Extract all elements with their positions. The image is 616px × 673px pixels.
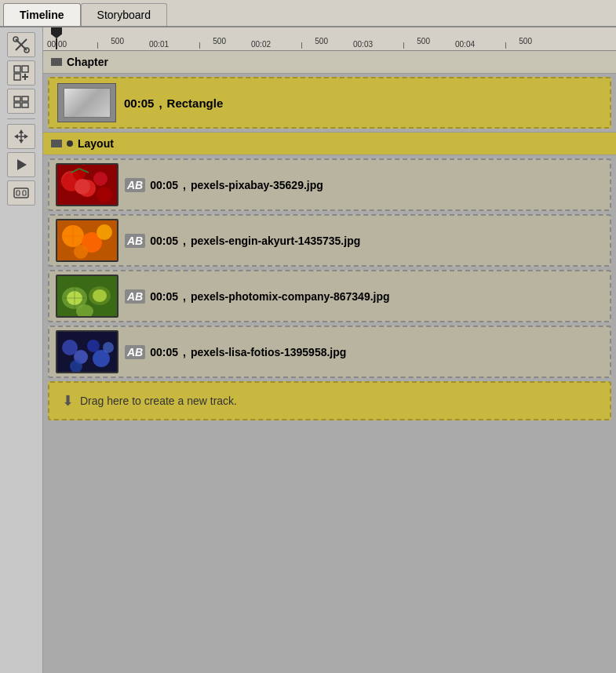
- play-button[interactable]: [7, 152, 35, 177]
- track-content: Chapter 00:05 , Rectangle: [43, 51, 616, 673]
- ruler-minor-tick-1: [199, 42, 200, 49]
- chapter-item-time: 00:05: [124, 96, 154, 110]
- svg-rect-12: [22, 103, 28, 107]
- ruler-marks: 00:00 500 00:01 500 00:02 500: [43, 27, 557, 49]
- ruler-segment-0: 00:00 500: [47, 27, 149, 49]
- chapter-label: Chapter: [67, 56, 108, 68]
- tab-timeline-label: Timeline: [20, 9, 64, 21]
- svg-rect-9: [14, 96, 20, 101]
- ruler-minor-tick-4: [505, 42, 506, 49]
- ruler-minor-label-4: 500: [519, 37, 532, 45]
- rectangle-shape: [64, 88, 111, 118]
- toolbar-separator: [7, 118, 36, 119]
- svg-point-41: [93, 289, 107, 302]
- berry-image: [57, 332, 117, 372]
- fx-icon: [13, 184, 30, 202]
- ruler-segment-4: 00:04 500: [455, 27, 557, 49]
- media-time-1: 00:05: [150, 235, 178, 247]
- chapter-item-separator: ,: [159, 96, 162, 110]
- svg-rect-11: [14, 103, 20, 107]
- svg-point-32: [97, 224, 112, 240]
- fx-button[interactable]: [7, 180, 35, 206]
- chapter-collapse-button[interactable]: [51, 58, 62, 66]
- media-row-2[interactable]: AB 00:05 , pexels-photomix-company-86734…: [48, 270, 611, 322]
- media-sep-0: ,: [183, 179, 186, 191]
- media-sep-1: ,: [183, 235, 186, 247]
- chapter-item-name: Rectangle: [167, 96, 224, 110]
- cherry-svg: [57, 165, 118, 206]
- media-thumb-1: [56, 219, 118, 262]
- ruler-segment-3: 00:03 500: [353, 27, 455, 49]
- chapter-item-info: 00:05 , Rectangle: [124, 96, 223, 110]
- drag-zone-label: Drag here to create a new track.: [80, 395, 237, 407]
- svg-point-24: [78, 180, 96, 197]
- add-group-icon: [13, 64, 30, 82]
- ruler-segment-1: 00:01 500: [149, 27, 251, 49]
- tab-bar: Timeline Storyboard: [0, 0, 616, 27]
- svg-point-45: [87, 340, 100, 352]
- content-area: 00:00 500 00:01 500 00:02 500: [0, 27, 616, 673]
- left-toolbar: [0, 27, 43, 673]
- timeline-area: 00:00 500 00:01 500 00:02 500: [43, 27, 616, 673]
- media-row-1[interactable]: AB 00:05 , pexels-engin-akyurt-1435735.j…: [48, 214, 611, 267]
- cut-tool-button[interactable]: [7, 32, 35, 57]
- svg-point-28: [93, 172, 108, 186]
- layout-header: Layout: [43, 132, 616, 155]
- play-icon: [14, 158, 28, 172]
- drag-zone[interactable]: ⬇ Drag here to create a new track.: [48, 381, 611, 420]
- media-name-3: pexels-lisa-fotios-1395958.jpg: [191, 346, 346, 358]
- move-icon: [13, 128, 30, 145]
- split-button[interactable]: [7, 89, 35, 114]
- svg-rect-4: [14, 66, 20, 72]
- media-sep-3: ,: [183, 346, 186, 358]
- svg-marker-13: [19, 129, 24, 133]
- ruler-segment-2: 00:02 500: [251, 27, 353, 49]
- svg-rect-6: [14, 74, 20, 80]
- tab-timeline[interactable]: Timeline: [3, 3, 81, 26]
- chapter-item[interactable]: 00:05 , Rectangle: [48, 77, 611, 129]
- svg-marker-19: [17, 159, 27, 170]
- svg-rect-22: [23, 191, 26, 195]
- layout-label: Layout: [78, 137, 114, 150]
- ab-icon-2: AB: [125, 289, 145, 304]
- cherry-image: [57, 165, 117, 205]
- ruler-minor-label-1: 500: [213, 37, 226, 45]
- media-thumb-3: [56, 330, 118, 373]
- app-container: Timeline Storyboard: [0, 0, 616, 673]
- ruler-label-3: 00:03: [353, 40, 373, 49]
- svg-rect-5: [22, 66, 28, 72]
- tab-storyboard[interactable]: Storyboard: [81, 3, 167, 26]
- ruler-minor-tick-0: [97, 42, 98, 49]
- svg-point-25: [73, 168, 86, 180]
- add-group-button[interactable]: [7, 60, 35, 85]
- media-time-0: 00:05: [150, 179, 178, 191]
- svg-marker-16: [24, 134, 28, 139]
- svg-point-48: [103, 342, 114, 353]
- move-button[interactable]: [7, 124, 35, 149]
- split-icon: [13, 93, 30, 110]
- media-row-3[interactable]: AB 00:05 , pexels-lisa-fotios-1395958.jp…: [48, 326, 611, 378]
- media-row-0[interactable]: AB 00:05 , pexels-pixabay-35629.jpg: [48, 158, 611, 211]
- media-name-2: pexels-photomix-company-867349.jpg: [191, 290, 390, 303]
- ruler-label-2: 00:02: [251, 40, 271, 49]
- orange-image: [57, 220, 117, 260]
- tab-storyboard-label: Storyboard: [97, 9, 151, 21]
- svg-rect-10: [22, 96, 28, 101]
- layout-collapse-button[interactable]: [51, 140, 62, 147]
- ruler-label-1: 00:01: [149, 40, 169, 49]
- media-time-2: 00:05: [150, 290, 178, 303]
- media-name-0: pexels-pixabay-35629.jpg: [191, 179, 323, 191]
- kiwi-svg: [57, 276, 118, 318]
- media-name-1: pexels-engin-akyurt-1435735.jpg: [191, 235, 360, 247]
- orange-svg: [57, 220, 118, 262]
- media-time-3: 00:05: [150, 346, 178, 358]
- rectangle-thumbnail: [57, 83, 116, 122]
- media-thumb-2: [56, 275, 118, 318]
- chapter-header: Chapter: [43, 51, 616, 74]
- ruler-minor-tick-2: [301, 42, 302, 49]
- ruler-label-4: 00:04: [455, 40, 475, 49]
- media-info-1: AB 00:05 , pexels-engin-akyurt-1435735.j…: [125, 234, 360, 248]
- ruler: 00:00 500 00:01 500 00:02 500: [43, 27, 616, 51]
- ruler-minor-label-3: 500: [417, 37, 430, 45]
- ruler-minor-label-2: 500: [315, 37, 328, 45]
